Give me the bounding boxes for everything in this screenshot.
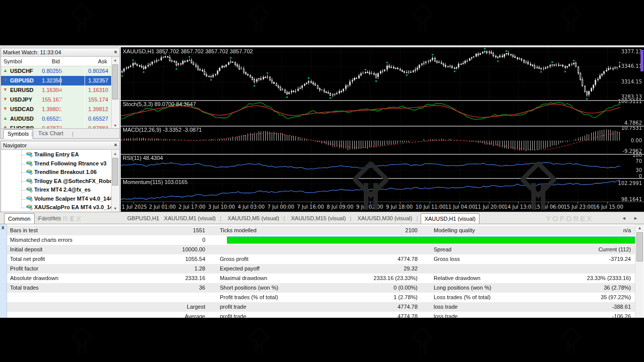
tree-connector	[21, 182, 26, 182]
navigator-item-label: Volume Scalper MT4 v4.0_1443-	[34, 196, 112, 202]
navigator-item[interactable]: Trailing Entry EA	[1, 150, 112, 159]
pane-label-rsi: RSI(11) 48.4304	[123, 155, 163, 161]
scrollbar-thumb[interactable]	[112, 64, 118, 100]
tree-connector	[21, 208, 26, 208]
close-icon[interactable]: x	[2, 225, 5, 230]
close-icon[interactable]: ×	[114, 142, 117, 148]
watermark-text: YOFOREX	[280, 214, 327, 223]
mt4-window: Market Watch: 11:33:04 × Symbol Bid Ask …	[0, 45, 644, 318]
navigator-item[interactable]: Trilogy EA @SoftechFX_Robot	[1, 177, 112, 186]
navigator-scrollbar[interactable]: ▲ ▼	[111, 150, 119, 212]
market-watch-tabs: Symbols|Tick Chart|	[1, 128, 119, 138]
tester-label: Ticks modelled	[220, 227, 257, 233]
market-watch-scrollbar[interactable]: ▲ ▼	[111, 57, 119, 129]
tester-row: Initial deposit10000.00SpreadCurrent (11…	[7, 245, 635, 254]
tester-value: 36 (2.78%)	[530, 285, 631, 291]
time-tick	[311, 202, 311, 204]
scroll-up-icon[interactable]: ▲	[636, 224, 643, 232]
navigator-item[interactable]: Trendline Breakout 1.06	[1, 168, 112, 177]
tab-symbols[interactable]: Symbols	[3, 129, 33, 139]
scrollbar-thumb[interactable]	[636, 232, 643, 261]
bid-value: 1.39801	[34, 106, 62, 112]
tester-value: 1 (2.78%)	[319, 294, 418, 300]
navigator-title-text: Navigator	[3, 142, 27, 148]
navigator-item[interactable]: Volume Scalper MT4 v4.0_1443-	[1, 195, 112, 204]
arrow-down-icon: ▼	[3, 87, 8, 92]
time-label: 11 Jul 04:00	[445, 204, 475, 210]
scrollbar-thumb[interactable]	[112, 158, 118, 186]
column-symbol[interactable]: Symbol	[4, 58, 22, 64]
navigator-item-label: Trend Following Rtrance v3	[34, 160, 107, 166]
tester-value: -3719.24	[530, 256, 631, 262]
tab-divider: |	[156, 215, 158, 221]
time-label: 7 Jul 00:00	[267, 204, 294, 210]
tester-row: Absolute drawdown2333.16Maximal drawdown…	[7, 274, 635, 283]
watermark-text: YOFOREX	[35, 214, 83, 223]
tester-row: Mismatched charts errors0	[7, 235, 635, 245]
tab-scroll-arrows[interactable]: ◄ ►	[622, 216, 641, 221]
time-tick	[578, 202, 578, 204]
axis-label: 102.2991	[618, 180, 642, 186]
column-divider	[60, 105, 61, 114]
time-label: 2 Jul 17:00	[179, 204, 206, 210]
navigator-item[interactable]: XAUScalpPro EA MT4 v3.0_1444	[1, 203, 112, 212]
symbol-name: USDJPY	[10, 97, 32, 103]
accent-strip	[640, 50, 643, 71]
column-divider	[60, 114, 61, 124]
symbol-name: USDCHF	[10, 68, 33, 74]
bid-value: 1.16304	[34, 87, 62, 93]
tester-value: 36	[108, 285, 205, 291]
watermark-text: YOFOREX	[546, 214, 593, 223]
chart-tab-xauusd-m5-visual-[interactable]: XAUUSD,M5 (visual)	[224, 213, 283, 224]
market-watch-row[interactable]: ▼USDCAD1.398011.39812	[1, 105, 112, 114]
market-watch-row[interactable]: ▼GBPUSD1.323501.32357	[1, 76, 112, 85]
navigator-item-label: Trendline Breakout 1.06	[34, 169, 97, 175]
chart-area[interactable]: XAUUSD,H1 3857.702 3857.702 3857.702 385…	[121, 47, 644, 212]
market-watch-row[interactable]: ▲USDCHF0.802550.80264	[1, 66, 112, 76]
time-label: 1 Jul 2025	[122, 204, 147, 210]
column-ask[interactable]: Ask	[98, 58, 107, 64]
chart-tab-xauusd-m1-visual-[interactable]: XAUUSD,M1 (visual)	[160, 213, 219, 224]
tester-value: 2100	[319, 227, 418, 233]
navigator-item[interactable]: Trend Following Rtrance v3	[1, 159, 112, 168]
scroll-up-icon[interactable]: ▲	[112, 150, 119, 157]
time-tick	[341, 202, 341, 204]
tester-row: Largestprofit trade4774.78loss trade-388…	[7, 302, 635, 312]
close-icon[interactable]: ×	[114, 49, 117, 55]
column-divider	[85, 105, 85, 114]
tester-label: Short positions (won %)	[220, 285, 278, 291]
tester-value: 10000.00	[108, 246, 205, 252]
navigator-item-label: XAUScalpPro EA MT4 v3.0_1444	[34, 204, 112, 210]
time-tick	[459, 202, 460, 204]
pane-label-macd: MACD(12,26,9) -3.3352 -3.0871	[123, 127, 202, 133]
tester-row: Total trades36Short positions (won %)0 (…	[7, 283, 635, 293]
market-watch-row[interactable]: ▼USDJPY155.167155.174	[1, 95, 112, 105]
navigator-item[interactable]: Trirex MT4 2.4@fx_es	[1, 186, 112, 195]
market-watch-title: Market Watch: 11:33:04 ×	[1, 48, 119, 57]
bid-value: 0.65521	[34, 116, 62, 122]
column-divider	[85, 76, 85, 85]
tester-scrollbar[interactable]: ▲ ▼	[635, 224, 643, 319]
pane-splitter[interactable]	[121, 154, 644, 155]
expert-advisor-icon	[26, 160, 33, 167]
time-tick	[518, 202, 519, 204]
navigator-title: Navigator ×	[1, 141, 119, 150]
tab-common[interactable]: Common	[4, 213, 35, 224]
scroll-down-icon[interactable]: ▼	[112, 205, 119, 212]
symbol-name: USDCAD	[10, 106, 34, 112]
top-letterbox-bar	[0, 0, 644, 45]
chart-tab-xauusd-h1-visual-[interactable]: XAUUSD,H1 (visual)	[421, 213, 479, 224]
column-bid[interactable]: Bid	[52, 58, 60, 64]
tab-tick-chart[interactable]: Tick Chart	[34, 129, 67, 139]
market-watch-row[interactable]: ▲AUDUSD0.655210.65527	[1, 114, 112, 124]
pane-canvas-main	[121, 48, 620, 100]
axis-label: 0.00	[631, 138, 642, 143]
chart-tab-xauusd-m30-visual-[interactable]: XAUUSD,M30 (visual)	[354, 213, 416, 224]
scroll-up-icon[interactable]: ▲	[112, 57, 119, 64]
tester-label: Bars in test	[10, 227, 38, 233]
market-watch-row[interactable]: ▼EURUSD1.163041.16310	[1, 85, 112, 95]
tester-value: 2333.16 (23.33%)	[319, 275, 418, 281]
time-label: 9 Jul 18:00	[386, 204, 413, 210]
time-label: 10 Jul 11:00	[416, 204, 446, 210]
pane-splitter[interactable]	[121, 100, 644, 101]
